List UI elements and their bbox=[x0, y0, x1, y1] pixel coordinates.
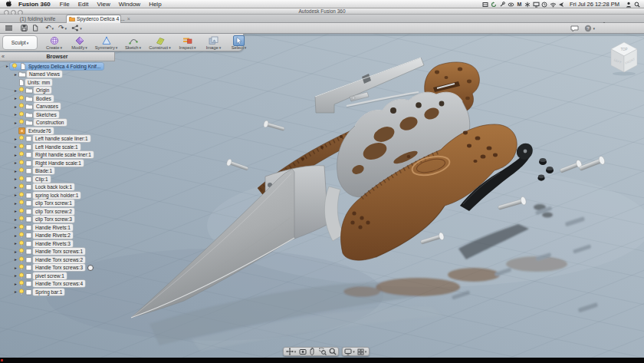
browser-item[interactable]: ▸Named Views bbox=[1, 71, 122, 79]
browser-item[interactable]: ▸Handle Torx screws:1 bbox=[1, 248, 122, 256]
browser-item[interactable]: ▸Right Handle scale:1 bbox=[1, 159, 122, 167]
visibility-bulb-icon[interactable] bbox=[18, 135, 25, 142]
spotlight-icon[interactable] bbox=[632, 1, 641, 8]
export-icon[interactable] bbox=[32, 25, 38, 31]
browser-item[interactable]: ▸Construction bbox=[1, 119, 122, 127]
browser-item[interactable]: ▸clip Torx screw:3 bbox=[1, 216, 122, 224]
browser-item[interactable]: ▸Handle Rivets:3 bbox=[1, 239, 122, 248]
disclosure-triangle-icon[interactable]: ▸ bbox=[13, 185, 18, 190]
disclosure-triangle-icon[interactable]: ▸ bbox=[13, 88, 18, 93]
visibility-bulb-icon[interactable] bbox=[18, 144, 25, 150]
apple-logo-icon[interactable] bbox=[5, 0, 12, 8]
disclosure-triangle-icon[interactable]: ▸ bbox=[13, 177, 18, 181]
visibility-bulb-icon[interactable] bbox=[18, 183, 25, 190]
ribbon-create-button[interactable]: Create▾ bbox=[41, 34, 67, 51]
visibility-bulb-icon[interactable] bbox=[18, 248, 25, 255]
menu-file[interactable]: File bbox=[60, 1, 70, 8]
visibility-bulb-icon[interactable] bbox=[18, 256, 25, 263]
visibility-bulb-icon[interactable] bbox=[18, 208, 25, 215]
visibility-bulb-icon[interactable] bbox=[18, 95, 25, 102]
browser-item[interactable]: Units: mm bbox=[1, 78, 122, 87]
browser-item[interactable]: ▸Right handle scale liner:1 bbox=[1, 151, 122, 160]
mode-tab-sculpt[interactable]: Sculpt▾ bbox=[2, 35, 38, 50]
browser-panel-header[interactable]: « Browser bbox=[0, 52, 115, 61]
disclosure-triangle-icon[interactable]: ▸ bbox=[13, 209, 18, 213]
visibility-bulb-icon[interactable] bbox=[18, 176, 25, 183]
disclosure-triangle-icon[interactable]: ▸ bbox=[13, 289, 18, 294]
browser-item[interactable]: ▸Handle Torx screws:4 bbox=[1, 280, 122, 289]
visibility-bulb-icon[interactable] bbox=[18, 232, 25, 239]
comment-icon[interactable] bbox=[570, 21, 579, 35]
disclosure-triangle-icon[interactable]: ▸ bbox=[13, 249, 18, 254]
disclosure-triangle-icon[interactable]: ▸ bbox=[13, 282, 18, 286]
browser-item[interactable]: ▸Canvases bbox=[1, 103, 122, 111]
disclosure-triangle-icon[interactable]: ▸ bbox=[13, 144, 18, 149]
pan-button[interactable] bbox=[307, 348, 317, 355]
disclosure-triangle-icon[interactable]: ▸ bbox=[5, 64, 10, 68]
zoom-window-button[interactable] bbox=[317, 348, 327, 355]
visibility-bulb-icon[interactable] bbox=[18, 224, 25, 231]
browser-item[interactable]: ▸pivet screw:1 bbox=[1, 272, 122, 280]
user-icon[interactable] bbox=[624, 1, 632, 8]
cursor-icon[interactable] bbox=[557, 1, 566, 8]
browser-item[interactable]: ▸Handle Rivets:2 bbox=[1, 232, 122, 240]
browser-item[interactable]: ▸Clip:1 bbox=[1, 175, 122, 183]
visibility-bulb-icon[interactable] bbox=[18, 240, 25, 247]
grid-settings-button[interactable]: ▾ bbox=[356, 348, 368, 355]
dropdown-arrow-icon[interactable]: ▾ bbox=[593, 26, 595, 31]
visibility-bulb-icon[interactable] bbox=[18, 192, 25, 199]
ribbon-select-button[interactable]: Select▾ bbox=[226, 34, 251, 51]
undo-icon[interactable]: ↶▾ bbox=[45, 25, 54, 31]
ribbon-sketch-button[interactable]: Sketch▾ bbox=[120, 34, 146, 51]
save-icon[interactable] bbox=[21, 25, 28, 31]
disclosure-triangle-icon[interactable]: ▸ bbox=[13, 160, 18, 165]
help-icon[interactable]: ?▾ bbox=[584, 25, 595, 32]
ribbon-image-button[interactable]: Image▾ bbox=[201, 34, 226, 51]
disclosure-triangle-icon[interactable]: ▸ bbox=[13, 241, 18, 246]
dropdown-arrow-icon[interactable]: ▾ bbox=[80, 26, 82, 31]
menu-bar-clock[interactable]: Fri Jul 26 12:28 PM bbox=[570, 1, 619, 8]
orbit-button[interactable]: ▾ bbox=[284, 348, 297, 355]
browser-item[interactable]: ▸clip Torx screw:1 bbox=[1, 200, 122, 208]
window-title-bar[interactable]: Autodesk Fusion 360 bbox=[0, 8, 644, 15]
menu-view[interactable]: View bbox=[97, 1, 110, 8]
visibility-bulb-icon[interactable] bbox=[18, 264, 25, 271]
disclosure-triangle-icon[interactable]: ▸ bbox=[13, 217, 18, 222]
browser-item[interactable]: ▸Handle Torx screws:3 bbox=[1, 264, 122, 272]
disclosure-triangle-icon[interactable]: ▸ bbox=[13, 72, 18, 77]
disclosure-triangle-icon[interactable]: ▸ bbox=[13, 169, 18, 173]
tab-spyderco-delica[interactable]: Spyderco Delica 4 ... × bbox=[66, 15, 121, 23]
disclosure-triangle-icon[interactable]: ▸ bbox=[13, 201, 18, 206]
browser-item[interactable]: ▸Blade:1 bbox=[1, 167, 122, 176]
disclosure-triangle-icon[interactable]: ▸ bbox=[13, 104, 18, 109]
disclosure-triangle-icon[interactable]: ▸ bbox=[13, 266, 18, 270]
browser-item[interactable]: ▸Handle Torx screws:2 bbox=[1, 256, 122, 264]
visibility-bulb-icon[interactable] bbox=[18, 216, 25, 223]
browser-item[interactable]: ▸Lock back lock:1 bbox=[1, 183, 122, 192]
clock-icon[interactable] bbox=[540, 1, 549, 8]
visibility-bulb-icon[interactable] bbox=[18, 111, 25, 118]
menu-app-name[interactable]: Fusion 360 bbox=[18, 1, 51, 8]
browser-item[interactable]: ▸Handle Rivets:1 bbox=[1, 223, 122, 232]
ribbon-symmetry-button[interactable]: Symmetry▾ bbox=[92, 34, 120, 51]
visibility-bulb-icon[interactable] bbox=[18, 280, 25, 287]
disclosure-triangle-icon[interactable]: ▸ bbox=[13, 96, 18, 101]
ribbon-inspect-button[interactable]: Inspect▾ bbox=[174, 34, 201, 51]
menu-help[interactable]: Help bbox=[149, 1, 161, 8]
zoom-button[interactable] bbox=[327, 348, 337, 355]
browser-item[interactable]: ▸clip Torx screw:2 bbox=[1, 207, 122, 216]
visibility-bulb-icon[interactable] bbox=[18, 119, 25, 126]
ground-marker-icon[interactable] bbox=[87, 265, 94, 271]
eye-icon[interactable] bbox=[507, 1, 515, 8]
disclosure-triangle-icon[interactable]: ▸ bbox=[13, 225, 18, 229]
display-settings-button[interactable]: ▾ bbox=[343, 348, 356, 355]
look-at-button[interactable] bbox=[297, 348, 307, 355]
disclosure-triangle-icon[interactable]: ▸ bbox=[13, 137, 18, 141]
menu-edit[interactable]: Edit bbox=[78, 1, 89, 8]
menu-window[interactable]: Window bbox=[119, 1, 140, 8]
display-icon[interactable] bbox=[532, 1, 540, 8]
visibility-bulb-icon[interactable] bbox=[18, 151, 25, 158]
wrench-icon[interactable] bbox=[498, 1, 507, 8]
disclosure-triangle-icon[interactable]: ▸ bbox=[13, 112, 18, 117]
app-menu-icon[interactable] bbox=[5, 25, 13, 31]
